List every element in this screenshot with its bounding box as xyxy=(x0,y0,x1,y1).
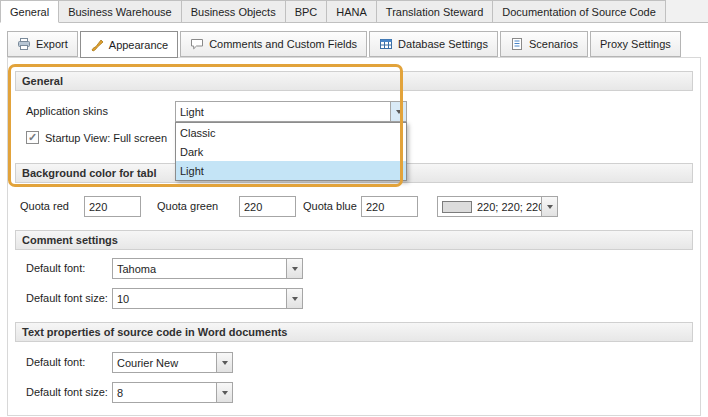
chevron-down-icon xyxy=(222,361,228,365)
group-header-word-text-properties: Text properties of source code in Word d… xyxy=(15,322,693,342)
dropdown-button[interactable] xyxy=(216,353,232,372)
word-default-font-size-combobox[interactable]: 8 xyxy=(112,382,233,403)
tab-appearance[interactable]: Appearance xyxy=(80,31,178,58)
main-tab-label: General xyxy=(10,6,49,18)
group-title: Comment settings xyxy=(22,234,118,246)
settings-tab-bar: Export Appearance Comments and Custom Fi… xyxy=(7,31,681,58)
main-tab-bar: General Business Warehouse Business Obje… xyxy=(0,0,708,23)
quota-green-input[interactable] xyxy=(239,196,296,217)
main-tab-general[interactable]: General xyxy=(0,0,59,23)
dropdown-button[interactable] xyxy=(216,383,232,402)
comment-default-font-size-value: 10 xyxy=(113,293,286,305)
document-icon xyxy=(510,37,524,51)
application-skins-label: Application skins xyxy=(26,101,108,122)
application-skins-combobox[interactable]: Light xyxy=(175,101,407,122)
tab-label: Export xyxy=(36,38,68,50)
quota-red-input[interactable] xyxy=(84,196,141,217)
comment-icon xyxy=(190,37,204,51)
quota-red-label: Quota red xyxy=(20,196,69,217)
startup-view-checkbox[interactable]: ✓ Startup View: Full screen xyxy=(26,130,167,145)
dropdown-button[interactable] xyxy=(390,102,406,121)
dropdown-button[interactable] xyxy=(541,197,557,216)
tab-label: Scenarios xyxy=(529,38,578,50)
tab-export[interactable]: Export xyxy=(7,31,78,57)
group-title: General xyxy=(22,75,63,87)
dropdown-button[interactable] xyxy=(286,289,302,308)
tab-label: Comments and Custom Fields xyxy=(209,38,357,50)
tab-label: Database Settings xyxy=(398,38,488,50)
main-tab-label: Translation Steward xyxy=(386,6,483,18)
tab-scenarios[interactable]: Scenarios xyxy=(500,31,588,57)
main-tab-label: HANA xyxy=(336,6,367,18)
group-title: Text properties of source code in Word d… xyxy=(22,326,287,338)
tab-label: Proxy Settings xyxy=(600,38,671,50)
main-tab-bpc[interactable]: BPC xyxy=(286,0,328,23)
application-skins-dropdown-list: Classic Dark Light xyxy=(175,122,407,181)
checkmark-icon: ✓ xyxy=(28,132,37,143)
dropdown-option-light[interactable]: Light xyxy=(176,161,406,180)
comment-default-font-size-combobox[interactable]: 10 xyxy=(112,288,303,309)
word-default-font-size-value: 8 xyxy=(113,387,216,399)
comment-default-font-combobox[interactable]: Tahoma xyxy=(112,258,303,279)
main-tab-label: Business Warehouse xyxy=(68,6,172,18)
tab-label: Appearance xyxy=(109,39,168,51)
main-tab-business-warehouse[interactable]: Business Warehouse xyxy=(59,0,182,23)
word-default-font-value: Courier New xyxy=(113,357,216,369)
word-default-font-label: Default font: xyxy=(26,352,85,373)
color-picker-value: 220; 220; 220 xyxy=(477,201,541,213)
application-skins-value: Light xyxy=(176,106,390,118)
tab-database-settings[interactable]: Database Settings xyxy=(369,31,498,57)
quota-green-label: Quota green xyxy=(157,196,218,217)
printer-icon xyxy=(17,37,31,51)
dropdown-option-classic[interactable]: Classic xyxy=(176,123,406,142)
paintbrush-icon xyxy=(90,38,104,52)
comment-default-font-label: Default font: xyxy=(26,258,85,279)
quota-blue-input[interactable] xyxy=(361,196,418,217)
main-tab-label: Business Objects xyxy=(191,6,276,18)
preferences-window: General Business Warehouse Business Obje… xyxy=(0,0,708,417)
database-icon xyxy=(379,37,393,51)
comment-default-font-value: Tahoma xyxy=(113,263,286,275)
quota-blue-label: Quota blue xyxy=(303,196,357,217)
main-tab-label: Documentation of Source Code xyxy=(502,6,655,18)
background-color-picker[interactable]: 220; 220; 220 xyxy=(437,196,558,217)
chevron-down-icon xyxy=(292,267,298,271)
chevron-down-icon xyxy=(222,391,228,395)
main-tab-translation-steward[interactable]: Translation Steward xyxy=(377,0,493,23)
word-default-font-combobox[interactable]: Courier New xyxy=(112,352,233,373)
tab-comments-and-custom-fields[interactable]: Comments and Custom Fields xyxy=(180,31,367,57)
word-default-font-size-label: Default font size: xyxy=(26,382,108,403)
group-title: Background color for tabl xyxy=(22,167,156,179)
group-header-general: General xyxy=(15,71,693,91)
main-tab-documentation-of-source-code[interactable]: Documentation of Source Code xyxy=(493,0,665,23)
comment-default-font-size-label: Default font size: xyxy=(26,288,108,309)
dropdown-option-dark[interactable]: Dark xyxy=(176,142,406,161)
group-header-comment-settings: Comment settings xyxy=(15,230,693,250)
main-tab-business-objects[interactable]: Business Objects xyxy=(182,0,286,23)
dropdown-button[interactable] xyxy=(286,259,302,278)
chevron-down-icon xyxy=(292,297,298,301)
startup-view-label: Startup View: Full screen xyxy=(45,132,167,144)
main-tab-label: BPC xyxy=(295,6,318,18)
color-swatch xyxy=(442,201,472,213)
chevron-down-icon xyxy=(396,110,402,114)
tab-proxy-settings[interactable]: Proxy Settings xyxy=(590,31,681,57)
checkbox-box[interactable]: ✓ xyxy=(26,131,39,144)
chevron-down-icon xyxy=(547,205,553,209)
main-tab-hana[interactable]: HANA xyxy=(327,0,377,23)
